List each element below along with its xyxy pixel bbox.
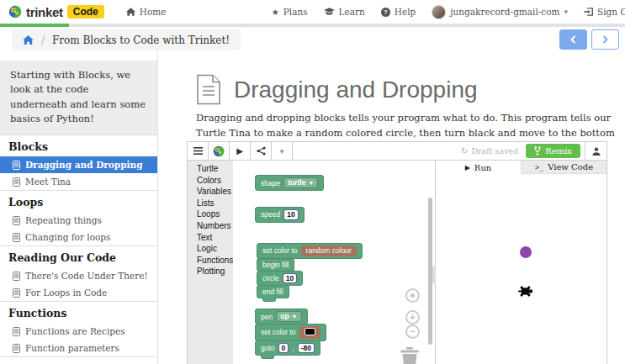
document-icon (196, 74, 221, 105)
run-button[interactable]: ▶ (230, 142, 251, 160)
palette-category-plotting[interactable]: Plotting (197, 266, 233, 277)
block-dropdown[interactable]: up ▼ (276, 311, 301, 322)
sidebar-item-label: Function parameters (25, 343, 119, 353)
number-slot[interactable]: 0 (278, 343, 289, 354)
number-slot[interactable]: 10 (283, 209, 298, 220)
next-lesson-button[interactable] (591, 29, 619, 50)
document-icon (13, 233, 20, 242)
zoom-out-icon[interactable]: − (405, 324, 420, 339)
block-circle[interactable]: circle 10 (257, 271, 303, 287)
tab-view-code[interactable]: >_ View Code (522, 161, 606, 174)
trinket-editor: ▶ ▾ ↻ Draft saved Remix (187, 141, 607, 364)
block-shape-turtle[interactable]: shape turtle ▼ (255, 176, 324, 191)
color-slot[interactable] (299, 326, 320, 339)
palette-category-text[interactable]: Text (197, 232, 233, 244)
editor-user-button[interactable] (585, 142, 606, 160)
document-icon (13, 161, 20, 170)
sidebar-item-meet-tina[interactable]: Meet Tina (0, 173, 157, 190)
fork-icon (534, 146, 541, 156)
hamburger-icon (193, 147, 203, 155)
tab-view-code-label: View Code (548, 162, 593, 171)
share-icon (257, 146, 266, 156)
sidebar-item-theres-code-under-there[interactable]: There's Code Under There! (0, 267, 157, 284)
sidebar-item-label: Dragging and Dropping (25, 160, 142, 170)
sidebar-item-repeating-things[interactable]: Repeating things (0, 212, 157, 229)
tab-run[interactable]: ▶ Run (436, 161, 522, 174)
breadcrumb-home-link[interactable] (23, 35, 34, 45)
account-menu[interactable]: jungakrecord-gmail-com ▾ (432, 5, 568, 19)
palette-category-logic[interactable]: Logic (197, 243, 233, 255)
previous-lesson-button[interactable] (559, 29, 587, 50)
menu-button[interactable] (188, 142, 209, 160)
block-label: speed (261, 210, 280, 219)
sidebar-item-dragging-and-dropping[interactable]: Dragging and Dropping (0, 156, 157, 173)
palette-category-variables[interactable]: Variables (197, 186, 233, 198)
zoom-in-icon[interactable]: + (405, 310, 420, 324)
palette-category-numbers[interactable]: Numbers (197, 220, 233, 232)
editor-toolbar: ▶ ▾ ↻ Draft saved Remix (188, 142, 606, 161)
block-set-color-random[interactable]: set color to random colour (257, 243, 363, 259)
toolbar-spacer (293, 142, 461, 160)
draft-status: ↻ Draft saved (461, 142, 518, 160)
nav-plans-link[interactable]: ★ Plans (272, 7, 308, 17)
brand-name: trinket (26, 5, 63, 19)
nav-home-link[interactable]: Home (126, 7, 167, 17)
section-title: Loops (0, 190, 157, 212)
breadcrumb: / From Blocks to Code with Trinket! (12, 29, 241, 50)
draft-status-label: Draft saved (471, 146, 518, 156)
tab-run-label: Run (474, 163, 491, 172)
nav-learn-link[interactable]: Learn (324, 7, 365, 17)
document-icon (13, 344, 20, 353)
number-slot[interactable]: 10 (283, 273, 297, 284)
trinket-logo-icon (8, 5, 22, 18)
share-button[interactable] (251, 142, 272, 160)
document-icon (13, 272, 20, 281)
remix-button[interactable]: Remix (526, 144, 580, 158)
palette-category-colors[interactable]: Colors (197, 175, 233, 187)
sidebar-item-label: There's Code Under There! (25, 271, 148, 281)
editor-body: Turtle Colors Variables Lists Loops Numb… (188, 161, 606, 364)
breadcrumb-bar: / From Blocks to Code with Trinket! (0, 27, 625, 52)
palette-category-turtle[interactable]: Turtle (197, 163, 233, 175)
block-stack-pen-goto[interactable]: pen up ▼ set color to goto 0 , (255, 309, 326, 359)
block-palette: Turtle Colors Variables Lists Loops Numb… (188, 161, 233, 364)
block-end-fill[interactable]: end fill (257, 285, 289, 298)
nav-help-label: Help (395, 7, 416, 17)
block-speed[interactable]: speed 10 (255, 208, 305, 223)
sidebar-item-functions-are-recipes[interactable]: Functions are Recipes (0, 323, 157, 340)
trinket-logo-button[interactable] (209, 142, 230, 160)
block-stack-fill-circle[interactable]: set color to random colour begin fill ci… (257, 244, 363, 302)
palette-category-lists[interactable]: Lists (197, 198, 233, 209)
lesson-header: Dragging and Dropping (196, 74, 478, 105)
block-goto[interactable]: goto 0 , -80 (255, 340, 320, 356)
sidebar-item-function-parameters[interactable]: Function parameters (0, 340, 157, 356)
number-slot[interactable]: -80 (298, 343, 315, 354)
play-icon: ▶ (236, 146, 243, 156)
trinket-brand[interactable]: trinket Code (8, 5, 104, 19)
section-title: Reading Our Code (0, 245, 157, 267)
page: { "navbar": { "brand": "trinket", "badge… (0, 0, 625, 364)
block-set-color-black[interactable]: set color to (255, 324, 326, 341)
breadcrumb-title: From Blocks to Code with Trinket! (52, 34, 230, 46)
sidebar-section-functions: Functions Functions are Recipes Function… (0, 301, 157, 356)
block-dropdown[interactable]: turtle ▼ (283, 177, 318, 188)
sidebar-item-label: Repeating things (25, 215, 102, 225)
sidebar-item-for-loops-in-code[interactable]: For Loops in Code (0, 284, 157, 301)
block-label: goto (261, 344, 275, 352)
drawn-purple-circle (520, 246, 532, 258)
block-begin-fill[interactable]: begin fill (257, 258, 294, 272)
star-icon: ★ (272, 8, 279, 17)
palette-category-functions[interactable]: Functions (197, 255, 233, 266)
sidebar-section-picture-time: Picture time! Jack-o-lantern (0, 356, 157, 364)
sign-out-link[interactable]: Sign Out (584, 7, 625, 17)
toolbar-dropdown-button[interactable]: ▾ (272, 142, 293, 160)
section-title: Picture time! (0, 356, 157, 364)
recenter-target-icon[interactable] (405, 288, 420, 303)
sidebar-item-changing-for-loops[interactable]: Changing for loops (0, 229, 157, 245)
color-slot[interactable]: random colour (301, 245, 357, 256)
trash-icon[interactable] (399, 347, 421, 364)
block-pen-up[interactable]: pen up ▼ (255, 309, 308, 324)
palette-category-loops[interactable]: Loops (197, 208, 233, 220)
nav-help-link[interactable]: ? Help (381, 7, 416, 17)
sidebar-section-blocks: Blocks Dragging and Dropping Meet Tina (0, 135, 157, 190)
